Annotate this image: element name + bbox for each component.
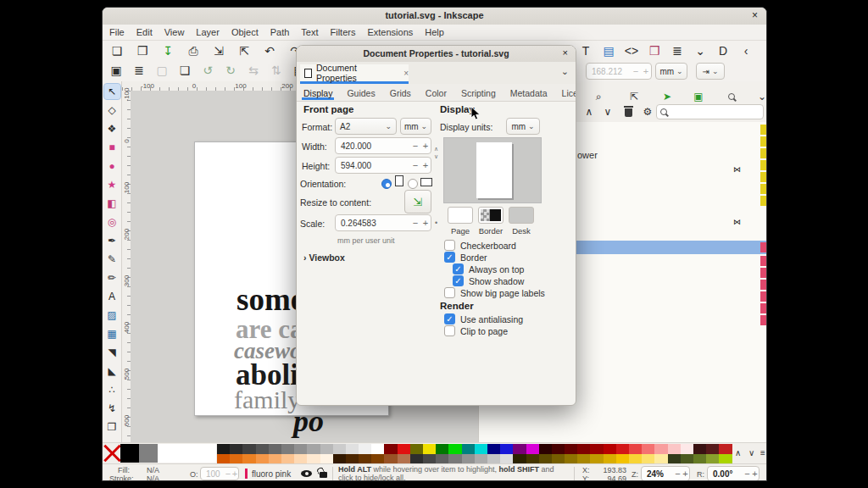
palette-swatch[interactable]	[668, 454, 681, 464]
xml-editor-icon[interactable]: <>	[624, 43, 639, 58]
stroke-value[interactable]: N/A	[147, 474, 159, 481]
menu-object[interactable]: Object	[231, 27, 259, 37]
gear-icon[interactable]: ⚙	[641, 105, 654, 119]
dialog-tab-scripting[interactable]: Scripting	[459, 86, 498, 100]
palette-swatch[interactable]	[320, 454, 333, 464]
box-3d-tool[interactable]: ◧	[104, 196, 120, 211]
width-field[interactable]: 420.000 − +	[335, 137, 431, 154]
import-icon[interactable]: ⇲	[211, 43, 226, 58]
checked-checkbox-icon[interactable]: ✓	[453, 275, 464, 286]
palette-swatch[interactable]	[230, 444, 242, 454]
fill-value[interactable]: N/A	[147, 466, 159, 474]
palette-swatch[interactable]	[398, 454, 410, 464]
scale-minus-button[interactable]: −	[410, 218, 420, 228]
paint-bucket-tool[interactable]: ◣	[104, 363, 120, 379]
height-minus-button[interactable]: −	[410, 160, 420, 170]
menu-text[interactable]: Text	[301, 27, 318, 37]
new-document-icon[interactable]: ❏	[109, 43, 125, 58]
export-icon[interactable]: ⇱	[236, 43, 252, 58]
deselect-icon[interactable]: ▢	[154, 63, 170, 78]
palette-swatch[interactable]	[552, 454, 565, 464]
palette-swatch[interactable]	[384, 444, 397, 454]
palette-swatch[interactable]	[475, 454, 487, 464]
palette-swatch[interactable]	[359, 454, 371, 464]
print-icon[interactable]: ⎙	[186, 43, 201, 58]
checkbox-show-shadow[interactable]: ✓Show shadow	[453, 275, 524, 286]
palette-swatch[interactable]	[230, 454, 242, 464]
checkbox-show-big-page-labels[interactable]: Show big page labels	[444, 287, 545, 298]
unchecked-checkbox-icon[interactable]	[444, 325, 455, 336]
border-color-button[interactable]	[478, 207, 504, 224]
palette-swatch[interactable]	[513, 454, 526, 464]
palette-swatch[interactable]	[462, 454, 475, 464]
palette-swatch[interactable]	[242, 444, 255, 454]
dock-tab-snap-icon[interactable]: ➤	[659, 90, 675, 103]
palette-swatch[interactable]	[577, 454, 590, 464]
opacity-plus-button[interactable]: +	[231, 469, 238, 479]
palette-swatch[interactable]	[333, 444, 346, 454]
window-close-icon[interactable]: ×	[752, 9, 758, 21]
palette-scroll-up-icon[interactable]: ∧	[735, 448, 741, 458]
trash-icon[interactable]	[621, 105, 635, 119]
palette-swatch[interactable]	[120, 444, 139, 463]
palette-swatch[interactable]	[176, 444, 216, 463]
palette-swatch[interactable]	[681, 454, 693, 464]
scale-plus-button[interactable]: +	[420, 218, 431, 228]
mesh-gradient-tool[interactable]: ▦	[104, 326, 120, 341]
x-minus-button[interactable]: −	[631, 66, 641, 76]
palette-swatch[interactable]	[217, 454, 230, 464]
height-field[interactable]: 594.000 − +	[335, 157, 431, 174]
dock-tab-image-icon[interactable]: ▣	[691, 90, 706, 103]
display-units-select[interactable]: mm ⌄	[506, 118, 540, 135]
palette-menu-icon[interactable]: ≡	[760, 448, 765, 458]
palette-swatch[interactable]	[487, 444, 500, 454]
palette-swatch[interactable]	[333, 454, 346, 464]
palette-swatch[interactable]	[719, 454, 732, 464]
palette-swatch[interactable]	[448, 444, 461, 454]
palette-swatch[interactable]	[217, 444, 230, 454]
dialog-tab-metadata[interactable]: Metadata	[509, 86, 549, 100]
select-all-layers-icon[interactable]: ≣	[131, 63, 147, 78]
height-plus-button[interactable]: +	[420, 160, 431, 170]
scale-field[interactable]: 0.264583 − +	[335, 214, 431, 231]
unit-select[interactable]: mm ⌄	[655, 63, 687, 80]
menu-edit[interactable]: Edit	[136, 27, 153, 37]
palette-swatch[interactable]	[500, 444, 513, 454]
palette-swatch[interactable]	[269, 454, 281, 464]
palette-swatch[interactable]	[565, 444, 577, 454]
palette-swatch[interactable]	[681, 444, 693, 454]
calligraphy-tool[interactable]: ✏	[104, 270, 120, 286]
node-tool[interactable]: ◇	[104, 103, 120, 118]
menu-file[interactable]: File	[109, 27, 125, 37]
palette-swatch[interactable]	[604, 444, 616, 454]
palette-swatch[interactable]	[256, 444, 269, 454]
palette-swatch[interactable]	[642, 454, 654, 464]
dialog-tab-grids[interactable]: Grids	[388, 86, 413, 100]
orientation-landscape-radio[interactable]	[408, 179, 418, 189]
palette-swatch[interactable]	[359, 444, 371, 454]
flip-vertical-icon[interactable]: ⇅	[269, 63, 284, 78]
shape-builder-tool[interactable]: ❖	[104, 121, 120, 136]
dock-chevron-icon[interactable]: ⌄	[754, 90, 767, 103]
palette-swatch[interactable]	[693, 444, 706, 454]
palette-swatch[interactable]	[307, 454, 320, 464]
star-tool[interactable]: ★	[104, 177, 120, 192]
dock-tab-zoom-icon[interactable]: ⌕	[591, 90, 606, 103]
palette-swatch[interactable]	[565, 454, 577, 464]
selector-tool[interactable]: ↖	[104, 84, 120, 99]
palette-swatch[interactable]	[384, 454, 397, 464]
palette-scroll-down-icon[interactable]: ∨	[748, 448, 754, 458]
palette-swatch[interactable]	[423, 444, 436, 454]
palette-swatch[interactable]	[539, 454, 552, 464]
open-document-icon[interactable]: ❒	[135, 43, 150, 58]
object-label[interactable]: ower	[577, 150, 598, 160]
palette-swatch[interactable]	[706, 454, 719, 464]
rotation-field[interactable]: 0.00° − +	[707, 466, 760, 481]
menu-path[interactable]: Path	[270, 27, 290, 37]
align-dialog-icon[interactable]: ≣	[670, 43, 685, 58]
rotate-ccw-icon[interactable]: ↺	[200, 63, 215, 78]
dialog-dock-tab[interactable]: Document Properties ×	[300, 64, 409, 84]
palette-swatch[interactable]	[487, 454, 500, 464]
opacity-field[interactable]: 100 − +	[200, 467, 239, 480]
objects-search-input[interactable]	[656, 104, 764, 119]
